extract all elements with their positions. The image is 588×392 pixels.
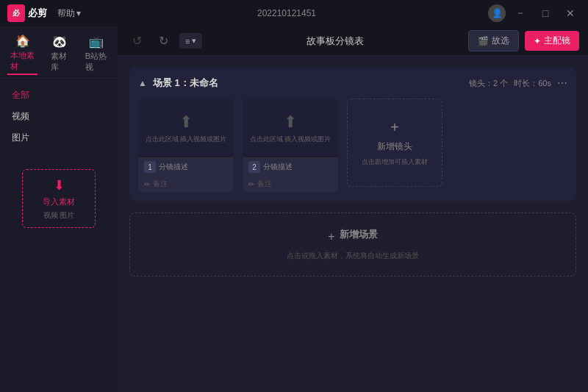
avatar-button[interactable]: 👤 (488, 4, 506, 22)
host-button[interactable]: ✦ 主配镜 (525, 31, 579, 51)
shot-num-row-2: 2 分镜描述 (243, 157, 338, 176)
host-label: 主配镜 (544, 35, 570, 47)
shot-thumb-text-2: 点击此区域 插入视频或图片 (250, 135, 331, 144)
shot-thumb-text-1: 点击此区域 插入视频或图片 (146, 135, 227, 144)
right-panel: ↺ ↻ ≡ ▾ 故事板分镜表 🎬 故选 ✦ 主配镜 ▲ 场景 1：未命名 (118, 26, 588, 392)
tab-bar: 🏠 本地素材 🐼 素材库 📺 B站热视 (0, 26, 118, 79)
scene-title-1: 场景 1：未命名 (153, 76, 218, 90)
close-button[interactable]: ✕ (560, 6, 581, 21)
minimize-button[interactable]: － (510, 6, 531, 21)
shot-note-icon-1: ✏ (144, 180, 150, 188)
redo-button[interactable]: ↻ (153, 31, 173, 51)
import-label: 导入素材 (43, 196, 75, 207)
shot-count: 镜头：2 个 (469, 78, 508, 89)
app-logo-text: 必剪 (28, 7, 47, 20)
scene-block-1: ▲ 场景 1：未命名 镜头：2 个 时长：60s ⋯ ⬆ 点击此区域 插入视频或… (129, 68, 576, 201)
add-scene-sub: 点击或拖入素材，系统将自动生成新场景 (145, 250, 561, 261)
shot-number-2: 2 (248, 161, 260, 173)
help-arrow: ▾ (76, 8, 81, 18)
shot-thumb-1[interactable]: ⬆ 点击此区域 插入视频或图片 (138, 99, 234, 157)
add-shot-sub: 点击新增加可插入素材 (356, 157, 434, 167)
bilibili-tab-label: B站热视 (85, 51, 107, 73)
shot-note-text-2: 备注 (257, 179, 272, 189)
import-icon: ⬇ (54, 177, 65, 193)
window-title: 202210121451 (257, 8, 316, 18)
nav-list: 全部 视频 图片 (0, 79, 118, 154)
app-logo-icon: 必 (7, 4, 25, 22)
dropdown-icon: ≡ (185, 37, 190, 46)
maximize-button[interactable]: □ (535, 6, 556, 21)
add-scene-title: 新增场景 (340, 228, 378, 241)
add-shot-button[interactable]: + 新增镜头 点击新增加可插入素材 (347, 99, 442, 187)
shot-upload-icon-2: ⬆ (284, 113, 297, 132)
nav-all[interactable]: 全部 (0, 85, 118, 106)
help-label: 帮助 (57, 7, 75, 20)
bilibili-tab-icon: 📺 (89, 35, 104, 49)
nav-image[interactable]: 图片 (0, 127, 118, 149)
scene-header-1: ▲ 场景 1：未命名 镜头：2 个 时长：60s ⋯ (138, 76, 567, 90)
toolbar: ↺ ↻ ≡ ▾ 故事板分镜表 🎬 故选 ✦ 主配镜 (118, 26, 588, 56)
shot-upload-icon-1: ⬆ (179, 113, 193, 132)
dropdown-button[interactable]: ≡ ▾ (179, 33, 202, 49)
help-menu[interactable]: 帮助 ▾ (53, 6, 85, 21)
tab-material-library[interactable]: 🐼 素材库 (48, 33, 72, 74)
host-icon: ✦ (534, 36, 541, 46)
import-material-button[interactable]: ⬇ 导入素材 视频 图片 (22, 169, 96, 228)
add-scene-button[interactable]: + 新增场景 点击或拖入素材，系统将自动生成新场景 (129, 213, 576, 277)
import-sub-label: 视频 图片 (43, 210, 75, 221)
storyboard-view-button[interactable]: 🎬 故选 (468, 30, 519, 51)
add-scene-icon: + (328, 230, 334, 243)
dropdown-arrow: ▾ (192, 36, 196, 46)
storyboard-area: ▲ 场景 1：未命名 镜头：2 个 时长：60s ⋯ ⬆ 点击此区域 插入视频或… (118, 56, 588, 392)
scene-meta-1: 镜头：2 个 时长：60s (469, 78, 551, 89)
undo-button[interactable]: ↺ (126, 31, 147, 51)
logo-area: 必 必剪 (7, 4, 47, 22)
shot-num-label-1: 分镜描述 (159, 162, 188, 172)
tab-local-material[interactable]: 🏠 本地素材 (7, 32, 37, 75)
shot-card-2: ⬆ 点击此区域 插入视频或图片 2 分镜描述 ✏ 备注 (243, 99, 338, 192)
local-tab-icon: 🏠 (15, 34, 30, 48)
shot-note-row-1: ✏ 备注 (138, 176, 234, 192)
shot-card-1: ⬆ 点击此区域 插入视频或图片 1 分镜描述 ✏ 备注 (138, 99, 234, 192)
shots-row-1: ⬆ 点击此区域 插入视频或图片 1 分镜描述 ✏ 备注 (138, 99, 567, 192)
shot-note-text-1: 备注 (153, 179, 168, 189)
material-tab-icon: 🐼 (52, 35, 67, 49)
add-shot-label: 新增镜头 (377, 140, 412, 153)
title-bar-left: 必 必剪 帮助 ▾ (7, 4, 85, 22)
shot-num-label-2: 分镜描述 (263, 162, 293, 172)
shot-note-icon-2: ✏ (248, 180, 254, 188)
scene-more-button[interactable]: ⋯ (557, 77, 567, 89)
shot-num-row-1: 1 分镜描述 (138, 157, 234, 176)
local-tab-label: 本地素材 (10, 50, 35, 72)
storyboard-label: 故选 (492, 35, 509, 47)
shot-number-1: 1 (144, 161, 156, 173)
add-shot-icon: + (390, 119, 399, 136)
tab-bilibili[interactable]: 📺 B站热视 (82, 33, 110, 74)
sidebar: 🏠 本地素材 🐼 素材库 📺 B站热视 全部 视频 图片 ⬇ 导入素材 视频 图… (0, 26, 118, 392)
storyboard-icon: 🎬 (478, 36, 489, 46)
nav-video[interactable]: 视频 (0, 106, 118, 127)
shot-note-row-2: ✏ 备注 (243, 176, 338, 192)
title-bar: 必 必剪 帮助 ▾ 202210121451 👤 － □ ✕ (0, 0, 588, 26)
title-bar-right: 👤 － □ ✕ (488, 4, 581, 22)
scene-duration: 时长：60s (514, 78, 551, 89)
shot-thumb-2[interactable]: ⬆ 点击此区域 插入视频或图片 (243, 99, 338, 157)
toolbar-title: 故事板分镜表 (208, 35, 462, 48)
import-area: ⬇ 导入素材 视频 图片 (0, 154, 118, 392)
main-content: 🏠 本地素材 🐼 素材库 📺 B站热视 全部 视频 图片 ⬇ 导入素材 视频 图… (0, 26, 588, 392)
scene-expand-icon[interactable]: ▲ (138, 78, 147, 88)
material-tab-label: 素材库 (51, 51, 69, 73)
